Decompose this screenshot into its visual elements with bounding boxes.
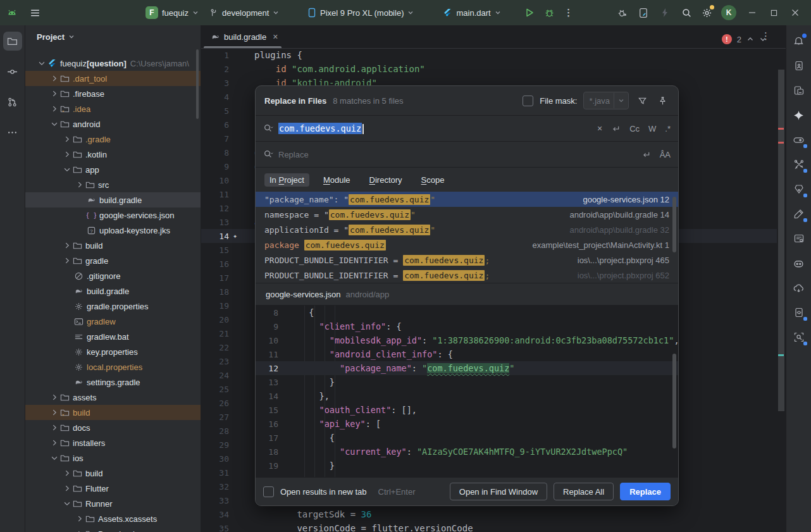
- preview-code-pane[interactable]: 8 {9 "client_info": {10 "mobilesdk_app_i…: [256, 305, 678, 478]
- preview-line-16[interactable]: 16 "api_key": [: [256, 417, 678, 431]
- tree-item-.dart-tool[interactable]: .dart_tool: [25, 71, 201, 86]
- editor-line-34[interactable]: 34 targetSdk = 36: [201, 507, 777, 521]
- editor-line-2[interactable]: 2 id "com.android.application": [201, 62, 777, 76]
- result-row-1[interactable]: "package_name": "com.fuedevs.quiz"google…: [256, 192, 678, 207]
- tree-item-build[interactable]: build: [25, 405, 201, 420]
- tree-item-local.properties[interactable]: local.properties: [25, 359, 201, 374]
- tree-item-gradle.properties[interactable]: gradle.properties: [25, 299, 201, 314]
- whole-words-toggle[interactable]: W: [648, 124, 656, 133]
- chevron-down-icon[interactable]: [49, 453, 59, 463]
- run-config-selector[interactable]: main.dart: [438, 6, 505, 20]
- chevron-right-icon[interactable]: [62, 468, 72, 478]
- result-row-6[interactable]: PRODUCT_BUNDLE_IDENTIFIER = com.fuedevs.…: [256, 268, 678, 283]
- stripe-mark-teal[interactable]: [778, 354, 784, 356]
- pull-request-icon[interactable]: [3, 92, 22, 111]
- preview-line-12[interactable]: 12 "package_name": "com.fuedevs.quiz": [256, 361, 678, 375]
- newline-icon[interactable]: [611, 124, 621, 133]
- tree-item-gradlew[interactable]: gradlew: [25, 314, 201, 329]
- flutter-performance-icon[interactable]: [789, 155, 808, 174]
- tree-item-gradle[interactable]: gradle: [25, 253, 201, 268]
- tree-item-.gitignore[interactable]: .gitignore: [25, 268, 201, 283]
- scope-tab-module[interactable]: Module: [318, 173, 356, 187]
- settings-gear-icon[interactable]: [700, 6, 714, 20]
- tree-item-ios[interactable]: ios: [25, 450, 201, 466]
- chevron-right-icon[interactable]: [62, 483, 72, 493]
- result-row-2[interactable]: namespace = "com.fuedevs.quiz"android\ap…: [256, 207, 678, 222]
- chevron-right-icon[interactable]: [62, 149, 72, 159]
- preview-file-header[interactable]: google-services.json android/app: [256, 283, 678, 305]
- chevron-right-icon[interactable]: [49, 89, 59, 99]
- preview-line-8[interactable]: 8 {: [256, 306, 678, 319]
- error-stripe-mark[interactable]: [778, 128, 784, 130]
- error-stripe-mark[interactable]: [778, 142, 784, 144]
- close-button[interactable]: [784, 0, 806, 25]
- main-menu-icon[interactable]: [28, 6, 42, 20]
- chevron-down-icon[interactable]: [62, 164, 72, 175]
- tree-item-build[interactable]: build: [25, 238, 201, 253]
- result-row-5[interactable]: PRODUCT_BUNDLE_IDENTIFIER = com.fuedevs.…: [256, 252, 678, 268]
- logcat-icon[interactable]: [789, 229, 808, 248]
- open-in-find-window-button[interactable]: Open in Find Window: [450, 483, 547, 500]
- backup-sync-icon[interactable]: [789, 278, 808, 297]
- chevron-right-icon[interactable]: [49, 392, 59, 402]
- tree-item-gradlew.bat[interactable]: gradlew.bat: [25, 329, 201, 344]
- inspection-widget[interactable]: ! 2: [722, 34, 767, 44]
- more-ellipsis-icon[interactable]: [3, 123, 22, 142]
- scope-tab-directory[interactable]: Directory: [364, 173, 407, 187]
- project-folder-icon[interactable]: [3, 32, 22, 51]
- chevron-right-icon[interactable]: [49, 438, 59, 448]
- chevron-right-icon[interactable]: [49, 73, 59, 84]
- run-button[interactable]: [523, 6, 536, 20]
- chevron-down-icon[interactable]: [62, 498, 72, 509]
- studio-bot-icon[interactable]: [789, 254, 808, 273]
- result-row-4[interactable]: package com.fuedevs.quizexample\test_pro…: [256, 237, 678, 252]
- notifications-bell-icon[interactable]: [789, 32, 808, 51]
- editor-scrollbar[interactable]: [777, 48, 786, 532]
- commit-icon[interactable]: [3, 62, 22, 81]
- device-selector[interactable]: Pixel 9 Pro XL (mobile): [302, 5, 419, 20]
- preview-line-11[interactable]: 11 "android_client_info": {: [256, 347, 678, 361]
- prev-error-icon[interactable]: [746, 35, 754, 43]
- match-case-toggle[interactable]: Cc: [629, 124, 640, 133]
- tree-scrollbar[interactable]: [196, 49, 199, 119]
- running-devices-icon[interactable]: [789, 81, 808, 100]
- preview-line-14[interactable]: 14 },: [256, 389, 678, 403]
- scope-tab-scope[interactable]: Scope: [416, 173, 450, 187]
- user-avatar[interactable]: K: [721, 5, 736, 20]
- device-manager-icon[interactable]: [789, 56, 808, 75]
- preview-line-13[interactable]: 13 }: [256, 375, 678, 389]
- chevron-right-icon[interactable]: [49, 407, 59, 418]
- replace-all-button[interactable]: Replace All: [554, 483, 614, 500]
- replace-field[interactable]: Replace ÂA: [256, 141, 678, 167]
- project-widget[interactable]: F fuequiz: [140, 4, 204, 22]
- preview-line-9[interactable]: 9 "client_info": {: [256, 319, 678, 333]
- device-explorer-icon[interactable]: [789, 303, 808, 322]
- chevron-down-icon[interactable]: [37, 58, 47, 68]
- scrollbar-thumb[interactable]: [778, 70, 784, 411]
- chevron-right-icon[interactable]: [49, 104, 59, 114]
- flutter-outline-icon[interactable]: [789, 204, 808, 223]
- search-everywhere-icon[interactable]: [679, 6, 693, 20]
- tree-item-.kotlin[interactable]: .kotlin: [25, 147, 201, 162]
- chevron-right-icon[interactable]: [62, 240, 72, 251]
- preview-line-19[interactable]: 19 }: [256, 459, 678, 473]
- filter-icon[interactable]: [635, 96, 649, 106]
- dart-analysis-icon[interactable]: [789, 130, 808, 149]
- device-mirror-icon[interactable]: [636, 6, 650, 20]
- bolt-icon[interactable]: [658, 6, 672, 20]
- ai-sparkle-icon[interactable]: ✦: [233, 232, 247, 240]
- tree-item-app[interactable]: app: [25, 162, 201, 177]
- editor-line-35[interactable]: 35 versionCode = flutter.versionCode: [201, 521, 777, 532]
- tree-item-installers[interactable]: installers: [25, 435, 201, 450]
- file-mask-checkbox[interactable]: [523, 96, 533, 106]
- preview-line-18[interactable]: 18 "current_key": "AIzaSyCOE7AK4hMTFQ_9-…: [256, 445, 678, 459]
- tab-build-gradle[interactable]: build.gradle ×: [201, 26, 284, 48]
- vcs-branch-widget[interactable]: development: [204, 6, 284, 20]
- tree-item-build[interactable]: build: [25, 466, 201, 481]
- project-panel-header[interactable]: Project: [25, 25, 201, 48]
- tree-item-src[interactable]: src: [25, 177, 201, 192]
- chevron-right-icon[interactable]: [75, 514, 85, 524]
- tree-item-build.gradle[interactable]: build.gradle: [25, 283, 201, 299]
- result-row-3[interactable]: applicationId = "com.fuedevs.quiz"androi…: [256, 222, 678, 237]
- results-scrollbar[interactable]: [672, 197, 676, 252]
